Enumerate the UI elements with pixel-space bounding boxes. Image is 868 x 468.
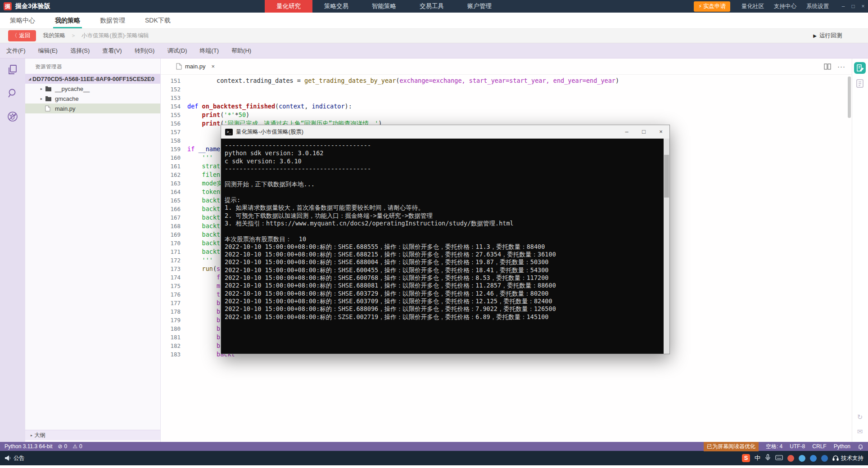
topbar-link[interactable]: 支持中心 (774, 3, 796, 10)
console-maximize-icon[interactable]: □ (635, 125, 652, 139)
menu-item[interactable]: 调试(D) (167, 47, 187, 55)
tech-support-item[interactable]: 技术支持 (832, 454, 863, 462)
microphone-icon[interactable] (765, 454, 771, 462)
code-token (187, 308, 217, 315)
tray-icon-blue[interactable] (810, 455, 817, 462)
code-text: def on_backtest_finished(context, indica… (187, 102, 352, 111)
topbar-link[interactable]: 量化社区 (741, 3, 764, 10)
breadcrumb-parent[interactable]: 我的策略 (43, 32, 66, 39)
live-apply-button[interactable]: ⚡ 实盘申请 (694, 1, 730, 12)
play-icon: ▶ (813, 33, 817, 38)
feedback-icon[interactable]: ✉ (855, 428, 865, 436)
tree-item[interactable]: ▸gmcache (25, 94, 160, 104)
line-number: 171 (161, 248, 187, 256)
line-number: 166 (161, 205, 187, 213)
code-token (187, 282, 217, 289)
line-number: 157 (161, 128, 187, 136)
subnav-item[interactable]: 策略中心 (10, 13, 35, 28)
outline-section[interactable]: ▸ 大纲 (25, 430, 160, 440)
clipboard-icon[interactable] (855, 78, 865, 88)
menu-item[interactable]: 终端(T) (199, 47, 219, 55)
split-editor-icon[interactable] (824, 63, 831, 70)
console-scrollbar[interactable] (664, 139, 669, 354)
status-item[interactable]: UTF-8 (790, 443, 805, 450)
search-icon[interactable] (7, 87, 18, 99)
tray-icon-lightblue[interactable] (799, 455, 805, 462)
strategy-edit-icon[interactable] (854, 62, 866, 74)
status-item[interactable]: 空格: 4 (766, 443, 782, 450)
outline-label: 大纲 (34, 432, 45, 439)
console-scrollbar-thumb[interactable] (664, 155, 669, 198)
folder-icon (45, 95, 52, 102)
menu-item[interactable]: 转到(G) (135, 47, 155, 55)
tree-item[interactable]: ▸__pycache__ (25, 84, 160, 94)
more-actions-icon[interactable]: ··· (837, 63, 845, 70)
editor-scrollbar[interactable] (848, 76, 851, 118)
ime-language[interactable]: 中 (755, 454, 760, 462)
debug-disabled-icon[interactable] (7, 111, 18, 122)
cmd-icon: >_ (225, 129, 233, 135)
console-line: 2022-10-10 15:00:00+08:00:标的：SHSE.688096… (225, 305, 660, 313)
breadcrumb-current: 小市值策略(股票)-策略编辑 (81, 32, 149, 39)
menu-item[interactable]: 选择(S) (70, 47, 90, 55)
console-line: 2022-10-10 15:00:00+08:00:标的：SHSE.600768… (225, 274, 660, 282)
status-item[interactable]: Python (834, 443, 850, 450)
announcement-item[interactable]: 公告 (0, 454, 25, 462)
topbar-link[interactable]: 系统设置 (806, 3, 829, 10)
minimize-icon[interactable]: – (838, 0, 848, 13)
console-titlebar[interactable]: >_ 量化策略-小市值策略(股票) –□× (221, 125, 669, 139)
console-close-icon[interactable]: × (652, 125, 669, 139)
breadcrumb-separator: ＞ (71, 32, 77, 39)
code-token: , (304, 103, 312, 110)
code-text: context.trading_dates = get_trading_date… (187, 76, 619, 85)
console-minimize-icon[interactable]: – (618, 125, 635, 139)
status-item[interactable]: 已为屏幕阅读器优化 (704, 442, 759, 451)
sub-nav: 策略中心我的策略数据管理SDK下载 (0, 13, 868, 29)
status-item[interactable]: CRLF (812, 443, 826, 450)
keyboard-icon[interactable] (775, 455, 783, 462)
top-nav-tab[interactable]: 智能策略 (360, 0, 408, 13)
explorer-files-icon[interactable] (7, 64, 18, 76)
top-nav-tab[interactable]: 账户管理 (456, 0, 503, 13)
menu-item[interactable]: 查看(V) (102, 47, 122, 55)
sogou-ime-icon[interactable]: S (742, 454, 750, 462)
code-token: '*' (224, 111, 235, 118)
backtest-console-window[interactable]: >_ 量化策略-小市值策略(股票) –□× ------------------… (221, 125, 670, 354)
close-icon[interactable]: × (212, 63, 215, 70)
status-left: Python 3.11.3 64-bit⊘0⚠0 (0, 443, 82, 450)
code-token (187, 342, 217, 349)
console-line: 3. 相关指引：https://www.myquant.cn/docs2/ope… (225, 220, 660, 227)
close-icon[interactable]: × (858, 0, 868, 13)
top-nav-tab[interactable]: 交易工具 (408, 0, 456, 13)
tab-main-py[interactable]: main.py × (176, 63, 215, 70)
system-tray: S 中 技术支持 (742, 454, 868, 462)
console-title: 量化策略-小市值策略(股票) (236, 128, 303, 136)
tray-icon-darkblue[interactable] (821, 455, 828, 462)
explorer-panel: 资源管理器 ◢DD770CD5-A568-11EE-8AF9-00FF15CE5… (25, 58, 161, 442)
subnav-item[interactable]: SDK下载 (145, 13, 171, 28)
run-backtest-button[interactable]: ▶ 运行回测 (813, 32, 842, 40)
tree-item[interactable]: main.py (25, 104, 160, 113)
line-number: 153 (161, 94, 187, 102)
top-nav-tab[interactable]: 策略交易 (312, 0, 360, 13)
top-nav-tab[interactable]: 量化研究 (265, 0, 312, 13)
python-version-label[interactable]: Python 3.11.3 64-bit (5, 443, 53, 450)
tree-item[interactable]: ◢DD770CD5-A568-11EE-8AF9-00FF15CE52E0 (25, 74, 160, 84)
line-number: 155 (161, 111, 187, 119)
back-button[interactable]: 〈 返回 (8, 30, 36, 41)
warning-count[interactable]: ⚠0 (72, 443, 82, 450)
maximize-icon[interactable]: □ (848, 0, 858, 13)
subnav-item[interactable]: 我的策略 (55, 13, 80, 28)
notifications-bell-icon[interactable] (858, 444, 863, 450)
subnav-item[interactable]: 数据管理 (100, 13, 125, 28)
tray-icon-red[interactable] (787, 455, 794, 462)
code-line: 155 print('*'*50) (161, 111, 852, 119)
menu-item[interactable]: 帮助(H) (231, 47, 251, 55)
console-line: ---------------------------------------- (225, 142, 660, 149)
line-number: 175 (161, 282, 187, 290)
menu-item[interactable]: 编辑(E) (38, 47, 58, 55)
line-number: 176 (161, 290, 187, 299)
menu-item[interactable]: 文件(F) (6, 47, 26, 55)
error-count[interactable]: ⊘0 (58, 443, 68, 450)
refresh-icon[interactable]: ↻ (855, 413, 865, 421)
